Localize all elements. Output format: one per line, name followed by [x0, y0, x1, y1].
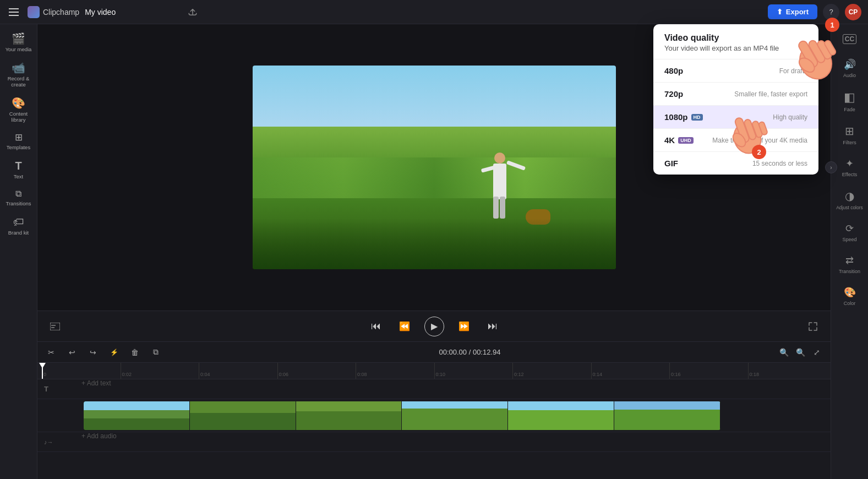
rewind-button[interactable]: ⏪ — [396, 318, 413, 335]
ruler-mark-12: 0:12 — [512, 363, 591, 379]
svg-rect-0 — [50, 323, 60, 330]
play-button[interactable]: ▶ — [424, 317, 444, 336]
tool-label-audio: Audio — [843, 73, 856, 78]
export-upload-icon: ⬆ — [777, 8, 783, 16]
clipchamp-logo-icon — [28, 6, 40, 18]
sidebar-item-label-text: Text — [14, 173, 23, 179]
tool-effects[interactable]: ✦ Effects — [833, 152, 866, 183]
tool-label-adjust: Adjust colors — [836, 205, 863, 210]
timeline-toolbar: ✂ ↩ ↪ ⚡ 🗑 ⧉ 00:00.00 / 00:12.94 🔍 🔍 ⤢ — [37, 342, 831, 363]
audio-icon: 🔊 — [844, 58, 856, 70]
video-thumb-1 — [84, 401, 190, 430]
person-figure — [487, 153, 514, 219]
quality-option-1080p[interactable]: 1080p HD High quality — [653, 106, 818, 129]
tool-adjust-colors[interactable]: ◑ Adjust colors — [833, 184, 866, 216]
video-preview — [253, 66, 616, 269]
ruler-mark-6: 0:06 — [277, 363, 356, 379]
sidebar-item-content-library[interactable]: 🎨 Content library — [2, 93, 35, 127]
duplicate-button[interactable]: ⧉ — [149, 345, 163, 360]
tool-label-color: Color — [844, 301, 856, 306]
dropdown-subtitle: Your video will export as an MP4 file — [664, 44, 807, 52]
tool-label-fade: Fade — [844, 107, 855, 112]
sidebar-item-label-templates: Templates — [7, 144, 30, 150]
delete-button[interactable]: 🗑 — [128, 345, 142, 360]
speed-icon: ⟳ — [845, 222, 854, 235]
sidebar-item-your-media[interactable]: 🎬 Your media — [2, 29, 35, 57]
video-thumb-2 — [190, 401, 296, 430]
adjust-colors-icon: ◑ — [845, 189, 854, 203]
ruler-mark-18: 0:18 — [748, 363, 827, 379]
undo-button[interactable]: ↩ — [65, 345, 79, 360]
scissors-button[interactable]: ✂ — [44, 345, 58, 360]
skip-forward-button[interactable]: ⏭ — [484, 318, 501, 335]
audio-track-content[interactable]: + Add audio — [81, 432, 831, 451]
project-name-input[interactable] — [85, 8, 181, 17]
topbar: Clipchamp ⬆ Export ? CP — [0, 0, 868, 24]
sidebar-item-text[interactable]: T Text — [2, 156, 35, 184]
video-thumb-6 — [614, 401, 720, 430]
cc-icon: CC — [843, 34, 856, 44]
sidebar-item-label-brand: Brand kit — [8, 230, 29, 236]
captions-button[interactable] — [46, 318, 64, 335]
sidebar-item-brand-kit[interactable]: 🏷 Brand kit — [2, 212, 35, 240]
sidebar-item-label-record: Record & create — [4, 75, 33, 88]
sidebar-item-transitions[interactable]: ⧉ Transitions — [2, 185, 35, 211]
sidebar-item-label-transitions: Transitions — [6, 200, 31, 206]
uhd-badge: UHD — [678, 137, 694, 144]
quality-label-1080p: 1080p HD — [664, 112, 703, 122]
tool-cc[interactable]: CC — [833, 29, 866, 52]
tool-speed[interactable]: ⟳ Speed — [833, 217, 866, 248]
tool-transition[interactable]: ⇄ Transition — [833, 249, 866, 280]
zoom-in-button[interactable]: 🔍 — [793, 345, 807, 360]
video-thumb-3 — [296, 401, 402, 430]
audio-track: ♪→ + Add audio — [37, 432, 831, 452]
fullscreen-button[interactable] — [804, 318, 822, 335]
tool-label-filters: Filters — [843, 140, 856, 145]
fast-forward-button[interactable]: ⏩ — [455, 318, 473, 335]
sidebar-item-label-content: Content library — [4, 111, 33, 123]
tool-label-effects: Effects — [842, 172, 857, 177]
export-button[interactable]: ⬆ Export — [768, 4, 817, 19]
video-clip[interactable] — [84, 401, 720, 430]
tool-color[interactable]: 🎨 Color — [833, 281, 866, 312]
sidebar-item-templates[interactable]: ⊞ Templates — [2, 128, 35, 155]
brand-kit-icon: 🏷 — [13, 216, 24, 227]
quality-label-720p: 720p — [664, 89, 683, 99]
add-text-placeholder[interactable]: + Add text — [81, 379, 831, 387]
tool-audio[interactable]: 🔊 Audio — [833, 53, 866, 84]
split-button[interactable]: ⚡ — [107, 345, 121, 360]
tool-fade[interactable]: ◧ Fade — [833, 85, 866, 118]
playhead[interactable] — [42, 363, 43, 379]
text-track-content[interactable]: + Add text — [81, 379, 831, 399]
user-avatar[interactable]: CP — [845, 4, 861, 20]
quality-option-4k[interactable]: 4K UHD Make the most of your 4K media — [653, 129, 818, 152]
timeline-tracks: T + Add text — [37, 379, 831, 479]
time-display: 00:00.00 / 00:12.94 — [170, 348, 770, 356]
transitions-icon: ⧉ — [15, 189, 21, 198]
logo-area: Clipchamp — [28, 6, 79, 18]
left-sidebar: 🎬 Your media 📹 Record & create 🎨 Content… — [0, 24, 37, 479]
your-media-icon: 🎬 — [12, 33, 25, 44]
tool-filters[interactable]: ⊞ Filters — [833, 119, 866, 151]
quality-option-720p[interactable]: 720p Smaller file, faster export — [653, 83, 818, 106]
panel-collapse-button[interactable]: › — [825, 161, 837, 173]
dropdown-title: Video quality — [664, 33, 807, 43]
quality-label-gif: GIF — [664, 159, 678, 168]
quality-option-480p[interactable]: 480p For drafts — [653, 59, 818, 83]
skip-back-button[interactable]: ⏮ — [367, 318, 385, 335]
fit-button[interactable]: ⤢ — [810, 345, 824, 360]
zoom-out-button[interactable]: 🔍 — [777, 345, 791, 360]
right-panel: CC 🔊 Audio ◧ Fade ⊞ Filters ✦ Effects ◑ … — [831, 24, 868, 479]
quality-option-gif[interactable]: GIF 15 seconds or less — [653, 152, 818, 175]
ruler-mark-16: 0:16 — [669, 363, 748, 379]
tool-label-transition: Transition — [839, 269, 860, 274]
redo-button[interactable]: ↪ — [86, 345, 100, 360]
video-frame — [253, 66, 616, 269]
add-audio-placeholder[interactable]: + Add audio — [81, 432, 831, 440]
help-button[interactable]: ? — [823, 4, 839, 20]
sidebar-item-record-create[interactable]: 📹 Record & create — [2, 58, 35, 92]
fade-icon: ◧ — [844, 90, 855, 105]
content-library-icon: 🎨 — [12, 97, 25, 108]
text-track-label: T — [37, 385, 81, 393]
hamburger-menu[interactable] — [7, 4, 22, 20]
